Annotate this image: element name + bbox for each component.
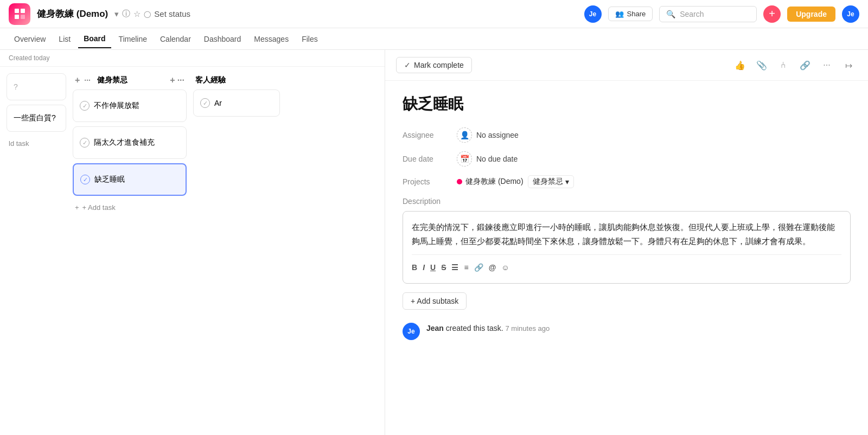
- mention-tool[interactable]: @: [489, 261, 496, 274]
- task-card-partial-1[interactable]: ?: [7, 73, 66, 100]
- task-text-1b: 隔太久才進食補充: [94, 138, 155, 148]
- task-card-1a[interactable]: ✓ 不作伸展放鬆: [73, 89, 187, 122]
- board-col-2: 客人經驗 ✓ Ar: [193, 73, 280, 428]
- task-card-1c[interactable]: ✓ 缺乏睡眠: [73, 163, 187, 196]
- board-columns: ? 一些蛋白質? ld task + ··· 健身禁忌 + ···: [0, 67, 385, 435]
- check-icon-2a: ✓: [200, 98, 210, 108]
- assignee-row: Assignee 👤 No assignee: [403, 127, 851, 143]
- col-1-header: + ··· 健身禁忌 + ···: [73, 73, 187, 89]
- circle-icon[interactable]: ◯: [144, 10, 151, 18]
- bold-tool[interactable]: B: [412, 261, 417, 274]
- tab-calendar[interactable]: Calendar: [155, 30, 196, 48]
- mark-complete-button[interactable]: ✓ Mark complete: [396, 57, 472, 73]
- share-button[interactable]: 👥 Share: [608, 7, 653, 21]
- description-label: Description: [403, 197, 851, 206]
- board-col-1: + ··· 健身禁忌 + ··· ✓ 不作伸展放鬆 ✓ 隔太久才進食補充: [73, 73, 187, 428]
- link-tool[interactable]: 🔗: [474, 261, 483, 274]
- chevron-icon: ▾: [565, 177, 569, 186]
- main-area: Created today ? 一些蛋白質? ld task + ···: [0, 50, 868, 435]
- tab-board[interactable]: Board: [78, 30, 111, 48]
- col-1-title: 健身禁忌: [97, 75, 127, 85]
- activity-text: Jean created this task. 7 minutes ago: [426, 323, 550, 334]
- app-logo[interactable]: [9, 3, 30, 25]
- assignee-icon: 👤: [457, 127, 472, 143]
- col-add-icon[interactable]: +: [75, 75, 80, 85]
- user-avatar-left[interactable]: Je: [584, 5, 602, 23]
- tab-dashboard[interactable]: Dashboard: [199, 30, 247, 48]
- tab-overview[interactable]: Overview: [9, 30, 51, 48]
- project-dot: [457, 179, 462, 184]
- upgrade-button[interactable]: Upgrade: [787, 7, 835, 22]
- description-text: 在完美的情況下，鍛鍊後應立即進行一小時的睡眠，讓肌肉能夠休息並恢復。但現代人要上…: [412, 220, 841, 248]
- board-area: Created today ? 一些蛋白質? ld task + ···: [0, 50, 385, 435]
- projects-row: Projects 健身教練 (Demo) 健身禁忌 ▾: [403, 175, 851, 188]
- projects-label: Projects: [403, 177, 457, 186]
- col-menu-icon[interactable]: ···: [84, 76, 91, 85]
- col-2-header: 客人經驗: [193, 73, 280, 89]
- check-icon-1c: ✓: [80, 175, 90, 184]
- add-task-icon: +: [75, 203, 79, 212]
- branch-icon[interactable]: ⑃: [775, 56, 792, 74]
- add-subtask-button[interactable]: + Add subtask: [403, 292, 467, 310]
- chevron-down-icon[interactable]: ▾: [114, 9, 119, 19]
- detail-toolbar: ✓ Mark complete 👍 📎 ⑃ 🔗 ··· ↦: [385, 50, 868, 81]
- activity-action: created this task.: [446, 324, 506, 332]
- projects-value: 健身教練 (Demo) 健身禁忌 ▾: [457, 175, 574, 188]
- task-card-1b[interactable]: ✓ 隔太久才進食補充: [73, 126, 187, 159]
- task-text: 一些蛋白質?: [14, 113, 56, 123]
- task-card-partial-2[interactable]: 一些蛋白質?: [7, 105, 66, 132]
- task-text: ?: [14, 82, 18, 91]
- col-1-add-icon[interactable]: +: [170, 75, 175, 85]
- emoji-tool[interactable]: ☺: [501, 261, 509, 274]
- star-icon[interactable]: ☆: [133, 9, 141, 19]
- detail-body: 缺乏睡眠 Assignee 👤 No assignee Due date 📅 N…: [385, 81, 868, 353]
- project-sub-tag[interactable]: 健身禁忌 ▾: [528, 175, 574, 188]
- col-1-more-icon[interactable]: ···: [177, 75, 184, 85]
- strikethrough-tool[interactable]: S: [441, 261, 446, 274]
- activity-author: Jean: [426, 324, 444, 332]
- board-col-0: ? 一些蛋白質? ld task: [7, 73, 66, 428]
- task-text-1c: 缺乏睡眠: [94, 175, 125, 184]
- due-date-value[interactable]: 📅 No due date: [457, 151, 518, 167]
- more-icon[interactable]: ···: [818, 56, 835, 74]
- user-avatar-right[interactable]: Je: [842, 5, 859, 23]
- search-bar[interactable]: 🔍 Search: [659, 6, 757, 22]
- assignee-label: Assignee: [403, 131, 457, 139]
- share-icon: 👥: [615, 10, 624, 18]
- detail-panel: ✓ Mark complete 👍 📎 ⑃ 🔗 ··· ↦ 缺乏睡眠 Assig…: [385, 50, 868, 435]
- description-toolbar: B I U S ☰ ≡ 🔗 @ ☺: [412, 254, 841, 274]
- info-icon[interactable]: ⓘ: [122, 9, 130, 19]
- add-task-col-1[interactable]: + + Add task: [73, 200, 187, 215]
- sub-nav: Overview List Board Timeline Calendar Da…: [0, 28, 868, 50]
- tab-list[interactable]: List: [53, 30, 76, 48]
- italic-tool[interactable]: I: [423, 261, 425, 274]
- underline-tool[interactable]: U: [430, 261, 436, 274]
- add-button[interactable]: +: [763, 5, 781, 23]
- add-task-partial[interactable]: ld task: [7, 136, 66, 151]
- assignee-value[interactable]: 👤 No assignee: [457, 127, 519, 143]
- attach-icon[interactable]: 📎: [753, 56, 770, 74]
- tab-timeline[interactable]: Timeline: [113, 30, 152, 48]
- check-icon-1b: ✓: [80, 138, 90, 148]
- expand-icon[interactable]: ↦: [840, 56, 857, 74]
- col-2-title: 客人經驗: [195, 75, 226, 85]
- set-status[interactable]: Set status: [154, 9, 190, 18]
- activity-avatar: Je: [403, 323, 420, 340]
- project-tag[interactable]: 健身教練 (Demo): [457, 177, 524, 187]
- add-icon: ld task: [9, 139, 29, 148]
- due-date-label: Due date: [403, 155, 457, 163]
- task-title: 缺乏睡眠: [403, 94, 851, 114]
- project-title: 健身教練 (Demo): [37, 8, 108, 20]
- search-icon: 🔍: [666, 10, 675, 18]
- task-card-2a[interactable]: ✓ Ar: [193, 89, 280, 117]
- bullet-list-tool[interactable]: ☰: [451, 261, 458, 274]
- like-icon[interactable]: 👍: [731, 56, 749, 74]
- description-box[interactable]: 在完美的情況下，鍛鍊後應立即進行一小時的睡眠，讓肌肉能夠休息並恢復。但現代人要上…: [403, 211, 851, 284]
- numbered-list-tool[interactable]: ≡: [464, 261, 468, 274]
- calendar-icon: 📅: [457, 151, 472, 167]
- link-icon[interactable]: 🔗: [796, 56, 814, 74]
- tab-messages[interactable]: Messages: [248, 30, 294, 48]
- board-created-label: Created today: [0, 50, 385, 67]
- tab-files[interactable]: Files: [296, 30, 323, 48]
- due-date-row: Due date 📅 No due date: [403, 151, 851, 167]
